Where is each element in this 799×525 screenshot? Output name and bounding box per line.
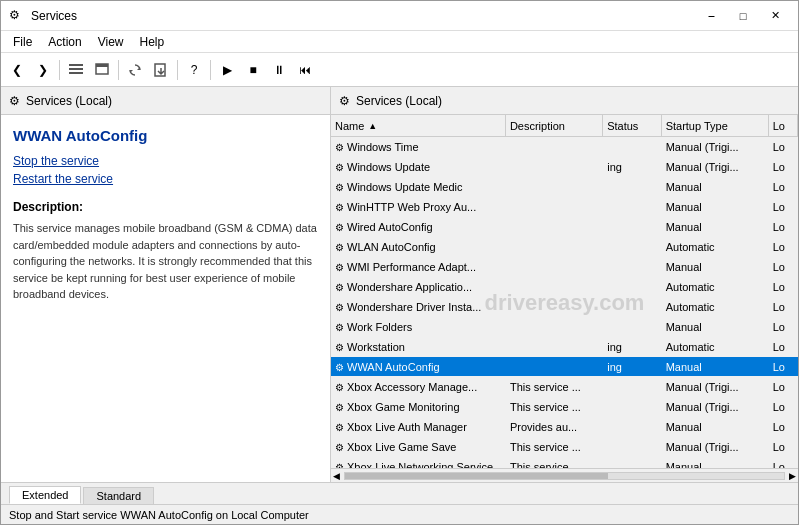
cell-name: ⚙Windows Update Medic bbox=[331, 181, 506, 193]
window-icon bbox=[94, 62, 110, 78]
back-button[interactable]: ❮ bbox=[5, 58, 29, 82]
table-row[interactable]: ⚙Xbox Live Networking Service This servi… bbox=[331, 457, 798, 468]
maximize-button[interactable]: □ bbox=[728, 6, 758, 26]
table-row[interactable]: ⚙Xbox Live Game Save This service ... Ma… bbox=[331, 437, 798, 457]
table-row[interactable]: ⚙WMI Performance Adapt... Manual Lo bbox=[331, 257, 798, 277]
table-row[interactable]: ⚙Xbox Live Auth Manager Provides au... M… bbox=[331, 417, 798, 437]
cell-desc: This service ... bbox=[506, 401, 603, 413]
export-button[interactable] bbox=[149, 58, 173, 82]
cell-lo: Lo bbox=[769, 241, 798, 253]
tab-extended[interactable]: Extended bbox=[9, 486, 81, 504]
menu-help[interactable]: Help bbox=[132, 33, 173, 51]
menu-bar: File Action View Help bbox=[1, 31, 798, 53]
col-header-status[interactable]: Status bbox=[603, 115, 661, 136]
restart-service-link[interactable]: Restart the service bbox=[13, 172, 318, 186]
close-button[interactable]: ✕ bbox=[760, 6, 790, 26]
cell-lo: Lo bbox=[769, 281, 798, 293]
table-row[interactable]: ⚙Work Folders Manual Lo bbox=[331, 317, 798, 337]
cell-startup: Manual bbox=[662, 361, 769, 373]
cell-startup: Manual (Trigi... bbox=[662, 441, 769, 453]
left-panel-content: WWAN AutoConfig Stop the service Restart… bbox=[1, 115, 330, 482]
toolbar-separator-1 bbox=[59, 60, 60, 80]
cell-name: ⚙WLAN AutoConfig bbox=[331, 241, 506, 253]
service-icon: ⚙ bbox=[335, 322, 344, 333]
cell-status: ing bbox=[603, 161, 661, 173]
scrollbar-thumb[interactable] bbox=[345, 473, 608, 479]
cell-startup: Manual (Trigi... bbox=[662, 141, 769, 153]
toolbar-separator-2 bbox=[118, 60, 119, 80]
table-row[interactable]: ⚙Windows Time Manual (Trigi... Lo bbox=[331, 137, 798, 157]
table-row[interactable]: ⚙WinHTTP Web Proxy Au... Manual Lo bbox=[331, 197, 798, 217]
toolbar-separator-3 bbox=[177, 60, 178, 80]
table-row[interactable]: ⚙Xbox Accessory Manage... This service .… bbox=[331, 377, 798, 397]
help-toolbar-button[interactable]: ? bbox=[182, 58, 206, 82]
menu-file[interactable]: File bbox=[5, 33, 40, 51]
table-header: Name ▲ Description Status Startup Type L… bbox=[331, 115, 798, 137]
table-row[interactable]: ⚙Xbox Game Monitoring This service ... M… bbox=[331, 397, 798, 417]
col-header-lo[interactable]: Lo bbox=[769, 115, 798, 136]
tab-standard[interactable]: Standard bbox=[83, 487, 154, 504]
toolbar: ❮ ❯ bbox=[1, 53, 798, 87]
table-row[interactable]: ⚙WWAN AutoConfig ing Manual Lo bbox=[331, 357, 798, 377]
scroll-left-arrow[interactable]: ◀ bbox=[333, 471, 340, 481]
table-row[interactable]: ⚙Workstation ing Automatic Lo bbox=[331, 337, 798, 357]
menu-action[interactable]: Action bbox=[40, 33, 89, 51]
stop-button[interactable]: ■ bbox=[241, 58, 265, 82]
service-icon: ⚙ bbox=[335, 142, 344, 153]
sort-arrow: ▲ bbox=[368, 121, 377, 131]
right-panel-header-icon: ⚙ bbox=[339, 94, 350, 108]
svg-rect-4 bbox=[96, 64, 108, 67]
panels-row: WWAN AutoConfig Stop the service Restart… bbox=[1, 115, 798, 482]
cell-startup: Manual bbox=[662, 201, 769, 213]
cell-startup: Manual bbox=[662, 261, 769, 273]
new-window-button[interactable] bbox=[90, 58, 114, 82]
table-row[interactable]: ⚙WLAN AutoConfig Automatic Lo bbox=[331, 237, 798, 257]
cell-lo: Lo bbox=[769, 381, 798, 393]
col-header-name[interactable]: Name ▲ bbox=[331, 115, 506, 136]
table-row[interactable]: ⚙Wondershare Applicatio... Automatic Lo bbox=[331, 277, 798, 297]
cell-name: ⚙Windows Update bbox=[331, 161, 506, 173]
menu-view[interactable]: View bbox=[90, 33, 132, 51]
refresh-button[interactable] bbox=[123, 58, 147, 82]
cell-name: ⚙Work Folders bbox=[331, 321, 506, 333]
cell-startup: Automatic bbox=[662, 341, 769, 353]
cell-lo: Lo bbox=[769, 401, 798, 413]
service-icon: ⚙ bbox=[335, 282, 344, 293]
service-icon: ⚙ bbox=[335, 402, 344, 413]
service-icon: ⚙ bbox=[335, 382, 344, 393]
stop-service-link[interactable]: Stop the service bbox=[13, 154, 318, 168]
table-row[interactable]: ⚙Windows Update Medic Manual Lo bbox=[331, 177, 798, 197]
table-row[interactable]: ⚙Wired AutoConfig Manual Lo bbox=[331, 217, 798, 237]
cell-lo: Lo bbox=[769, 261, 798, 273]
forward-button[interactable]: ❯ bbox=[31, 58, 55, 82]
svg-rect-1 bbox=[69, 68, 83, 70]
cell-startup: Automatic bbox=[662, 281, 769, 293]
description-title: Description: bbox=[13, 200, 318, 214]
cell-startup: Automatic bbox=[662, 301, 769, 313]
cell-name: ⚙Workstation bbox=[331, 341, 506, 353]
list-icon bbox=[68, 62, 84, 78]
table-row[interactable]: ⚙Windows Update ing Manual (Trigi... Lo bbox=[331, 157, 798, 177]
cell-name: ⚙Xbox Accessory Manage... bbox=[331, 381, 506, 393]
horizontal-scrollbar[interactable]: ◀ ▶ bbox=[331, 468, 798, 482]
show-hide-button[interactable] bbox=[64, 58, 88, 82]
scroll-right-arrow[interactable]: ▶ bbox=[789, 471, 796, 481]
restart-toolbar-button[interactable]: ⏮ bbox=[293, 58, 317, 82]
cell-lo: Lo bbox=[769, 301, 798, 313]
refresh-icon bbox=[127, 62, 143, 78]
pause-button[interactable]: ⏸ bbox=[267, 58, 291, 82]
cell-lo: Lo bbox=[769, 421, 798, 433]
cell-name: ⚙WMI Performance Adapt... bbox=[331, 261, 506, 273]
cell-status: ing bbox=[603, 361, 661, 373]
description-text: This service manages mobile broadband (G… bbox=[13, 220, 318, 303]
cell-name: ⚙Wondershare Applicatio... bbox=[331, 281, 506, 293]
cell-desc: Provides au... bbox=[506, 421, 603, 433]
minimize-button[interactable]: ‒ bbox=[696, 6, 726, 26]
left-panel-header-title: Services (Local) bbox=[26, 94, 112, 108]
col-header-description[interactable]: Description bbox=[506, 115, 603, 136]
scrollbar-track[interactable] bbox=[344, 472, 785, 480]
table-scroll-area[interactable]: ⚙Windows Time Manual (Trigi... Lo ⚙Windo… bbox=[331, 137, 798, 468]
col-header-startup[interactable]: Startup Type bbox=[662, 115, 769, 136]
table-row[interactable]: ⚙Wondershare Driver Insta... Automatic L… bbox=[331, 297, 798, 317]
play-button[interactable]: ▶ bbox=[215, 58, 239, 82]
